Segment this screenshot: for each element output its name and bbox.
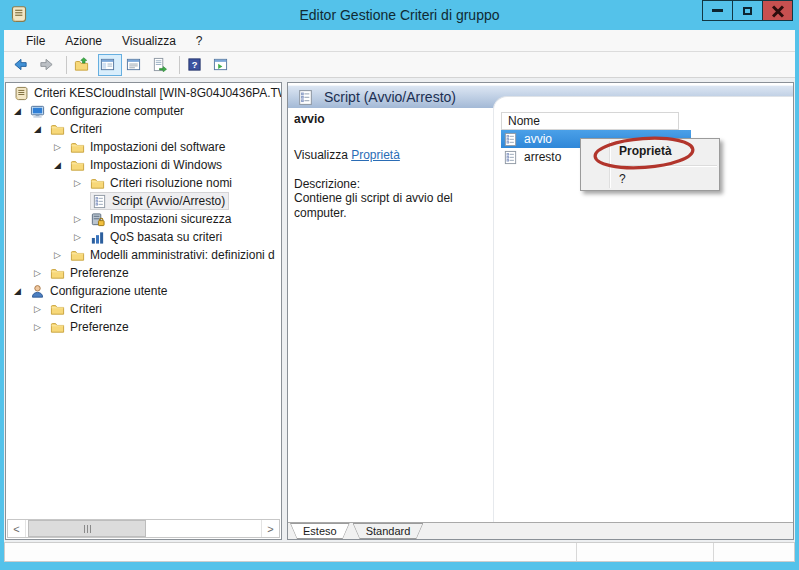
properties-link[interactable]: Proprietà (351, 148, 400, 162)
toolbar-separator (179, 56, 180, 74)
scrollbar-thumb[interactable] (28, 520, 146, 537)
back-arrow-icon (13, 57, 28, 72)
context-menu-item-[interactable]: ? (581, 167, 719, 192)
tree-item-script-avvio-arresto[interactable]: Script (Avvio/Arresto) (6, 192, 281, 210)
tree-item-label: Criteri KESCloudInstall [WIN-8G04J0436PA… (34, 84, 281, 102)
tree-item-content: Script (Avvio/Arresto) (90, 192, 229, 210)
console-tree: Criteri KESCloudInstall [WIN-8G04J0436PA… (6, 84, 281, 336)
toolbar-button-console-tree[interactable] (98, 54, 122, 76)
scroll-left-arrow-icon[interactable]: < (8, 520, 26, 537)
toolbar-button-export-list[interactable] (150, 54, 174, 76)
expander-expanded-icon[interactable]: ◢ (54, 160, 70, 170)
expander-expanded-icon[interactable]: ◢ (14, 286, 30, 296)
expander-expanded-icon[interactable]: ◢ (34, 124, 50, 134)
toolbar-button-properties-window[interactable] (124, 54, 148, 76)
minimize-icon (712, 9, 723, 12)
tree-item-impostazioni-di-windows[interactable]: ◢Impostazioni di Windows (6, 156, 281, 174)
menu-[interactable]: ? (186, 30, 213, 52)
tree-item-criteri[interactable]: ▷Criteri (6, 300, 281, 318)
tree-item-content: Criteri (50, 120, 102, 138)
expander-collapsed-icon[interactable]: ▷ (74, 232, 90, 242)
folder-icon (50, 320, 65, 335)
user-icon (30, 284, 45, 299)
tree-item-criteri-kescloudinstall-win-8g04j0436pa-[interactable]: Criteri KESCloudInstall [WIN-8G04J0436PA… (6, 84, 281, 102)
forward-arrow-icon (39, 57, 54, 72)
tree-item-configurazione-utente[interactable]: ◢Configurazione utente (6, 282, 281, 300)
expander-collapsed-icon[interactable]: ▷ (74, 214, 90, 224)
toolbar-button-back-arrow[interactable] (11, 54, 35, 76)
security-icon (90, 212, 105, 227)
tree-item-label: Impostazioni del software (90, 138, 225, 156)
tree-item-label: Configurazione utente (50, 282, 167, 300)
scroll-right-arrow-icon[interactable]: > (261, 520, 279, 537)
tree-item-content: Impostazioni di Windows (70, 156, 222, 174)
toolbar-button-new-window[interactable] (211, 54, 235, 76)
folder-icon (70, 140, 85, 155)
tree-item-criteri-risoluzione-nomi[interactable]: ▷Criteri risoluzione nomi (6, 174, 281, 192)
folder-icon (90, 176, 105, 191)
menu-file[interactable]: File (16, 30, 55, 52)
menu-azione[interactable]: Azione (55, 30, 112, 52)
view-action-line: Visualizza Proprietà (294, 148, 492, 162)
statusbar (4, 542, 795, 562)
tree-item-impostazioni-sicurezza[interactable]: ▷Impostazioni sicurezza (6, 210, 281, 228)
tree-item-preferenze[interactable]: ▷Preferenze (6, 264, 281, 282)
tree-item-content: Criteri (50, 300, 102, 318)
tree-item-modelli-amministrativi-definizioni-d[interactable]: ▷Modelli amministrativi: definizioni d (6, 246, 281, 264)
toolbar-button-forward-arrow[interactable] (37, 54, 61, 76)
tree-item-label: Impostazioni sicurezza (110, 210, 231, 228)
tree-item-label: Criteri (70, 120, 102, 138)
gpedit-window: Editor Gestione Criteri di gruppo FileAz… (0, 0, 799, 570)
statusbar-separator (576, 543, 577, 561)
tree-item-content: Impostazioni del software (70, 138, 225, 156)
column-header-nome[interactable]: Nome (501, 112, 679, 130)
context-menu-item-propriet[interactable]: Proprietà (581, 139, 719, 164)
qos-icon (90, 230, 105, 245)
details-header-title: Script (Avvio/Arresto) (324, 86, 456, 109)
expander-collapsed-icon[interactable]: ▷ (34, 268, 50, 278)
tree-horizontal-scrollbar[interactable]: < > (7, 519, 280, 538)
maximize-icon (743, 7, 752, 15)
close-button[interactable] (762, 0, 793, 21)
tree-item-label: Criteri (70, 300, 102, 318)
toolbar-button-folder-up[interactable] (72, 54, 96, 76)
view-action-prefix: Visualizza (294, 148, 348, 162)
expander-expanded-icon[interactable]: ◢ (14, 106, 30, 116)
description-text-line2: computer. (294, 206, 492, 221)
tree-item-configurazione-computer[interactable]: ◢Configurazione computer (6, 102, 281, 120)
list-item-label: arresto (524, 150, 561, 164)
toolbar: ? (4, 52, 795, 78)
folder-icon (70, 248, 85, 263)
expander-collapsed-icon[interactable]: ▷ (34, 322, 50, 332)
maximize-button[interactable] (732, 0, 763, 21)
minimize-button[interactable] (702, 0, 733, 21)
scrollbar-track[interactable] (26, 520, 261, 537)
tree-item-content: Modelli amministrativi: definizioni d (70, 246, 275, 264)
expander-collapsed-icon[interactable]: ▷ (54, 142, 70, 152)
menu-visualizza[interactable]: Visualizza (112, 30, 186, 52)
tree-item-criteri[interactable]: ◢Criteri (6, 120, 281, 138)
tree-item-label: Script (Avvio/Arresto) (112, 192, 225, 210)
expander-collapsed-icon[interactable]: ▷ (74, 178, 90, 188)
tree-item-label: Preferenze (70, 264, 129, 282)
context-menu-items: Proprietà? (581, 139, 719, 192)
folder-icon (70, 158, 85, 173)
toolbar-button-help[interactable]: ? (185, 54, 209, 76)
tab-esteso[interactable]: Esteso (290, 523, 350, 539)
console-tree-icon (100, 57, 115, 72)
tree-item-label: Configurazione computer (50, 102, 184, 120)
expander-collapsed-icon[interactable]: ▷ (54, 250, 70, 260)
toolbar-separator (66, 56, 67, 74)
tree-item-impostazioni-del-software[interactable]: ▷Impostazioni del software (6, 138, 281, 156)
tree-item-content: Impostazioni sicurezza (90, 210, 231, 228)
tree-item-qos-basata-su-criteri[interactable]: ▷QoS basata su criteri (6, 228, 281, 246)
selected-item-name: avvio (294, 112, 492, 126)
tab-standard[interactable]: Standard (353, 523, 424, 539)
console-tree-panel: Criteri KESCloudInstall [WIN-8G04J0436PA… (5, 82, 282, 540)
tree-item-preferenze[interactable]: ▷Preferenze (6, 318, 281, 336)
description-text-line1: Contiene gli script di avvio del (294, 191, 492, 206)
new-window-icon (213, 57, 228, 72)
list-item-label: avvio (524, 132, 552, 146)
tree-item-content: Preferenze (50, 264, 129, 282)
expander-collapsed-icon[interactable]: ▷ (34, 304, 50, 314)
